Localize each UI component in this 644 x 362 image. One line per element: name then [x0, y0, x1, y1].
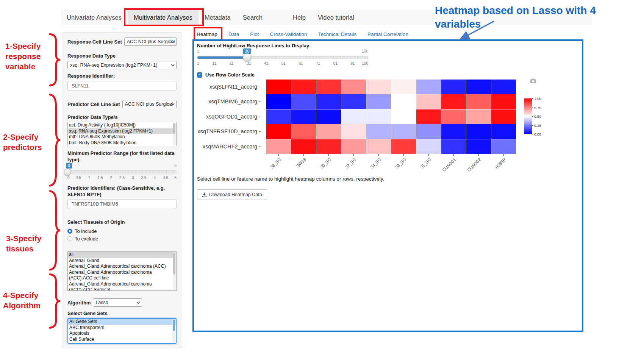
callout-arrow: [455, 19, 500, 42]
heatmap-cell-xsqslfn11-accorg-34-sc: [366, 80, 391, 94]
list-option-apoptosis[interactable]: Apoptosis: [68, 331, 176, 337]
nav-item-metadata[interactable]: Metadata: [199, 10, 237, 25]
list-option-xsq-rna-seq-expression-log2-fpkm-1[interactable]: xsq: RNA-seq Expression (log2 FPKM+1): [68, 128, 176, 134]
camera-icon[interactable]: [530, 78, 537, 84]
heatmap-cell-xsqslfn11-accorg-sw13: [291, 80, 316, 94]
tab-plot[interactable]: Plot: [250, 31, 259, 37]
heatmap-column-label-h295r[interactable]: H295R: [482, 157, 506, 182]
heatmap-cell-xsqtnfrsf10d-accorg-h295r: [491, 124, 516, 139]
heatmap-column-label-cuacc2[interactable]: CUACC2: [457, 157, 481, 182]
list-option-mth-dna-850k-methylation[interactable]: mth: DNA 850K Methylation: [68, 134, 176, 140]
heatmap-row-label-xsqtmbim6-accorg[interactable]: xsqTMBIM6_accorg -: [194, 94, 264, 109]
heatmap-cell-xsqtmbim6-accorg-37-sc: [341, 94, 366, 109]
axis-tick: [403, 154, 404, 156]
heatmap-cell-xsqslfn11-accorg-cuacc2: [466, 80, 491, 94]
slider-tick-label: 51: [281, 61, 286, 66]
algorithm-select[interactable]: Lasso: [93, 298, 142, 307]
tab-data[interactable]: Data: [228, 31, 239, 37]
algorithm-label: Algorithm: [67, 300, 91, 306]
predictor-identifiers-input[interactable]: TNFRSF10D TMBIM6: [67, 199, 177, 209]
slider-value-tooltip: 0: [66, 163, 72, 169]
heatmap-cell-xsqogfod1-accorg-34-sc: [366, 109, 391, 124]
list-option-abc-transporters[interactable]: ABC transporters: [68, 325, 176, 331]
axis-tick: [303, 154, 304, 156]
heatmap-cell-xsqmarchf2-accorg-31-sc: [416, 139, 441, 154]
nav-item-help[interactable]: Help: [287, 10, 312, 25]
slider-handle[interactable]: [64, 169, 71, 176]
gene-sets-listbox[interactable]: All Gene SetsABC transportersApoptosisCe…: [67, 318, 177, 344]
list-option-adrenal-gland[interactable]: Adrenal_Gland: [68, 258, 176, 264]
heatmap-cell-xsqogfod1-accorg-31-sc: [416, 109, 441, 124]
nav-item-univariate-analyses[interactable]: Univariate Analyses: [61, 10, 128, 25]
annotation-step-2: 2-Specify predictors: [3, 132, 42, 152]
heatmap-cell-xsqtmbim6-accorg-cuacc1: [441, 94, 466, 109]
heatmap-row-label-xsqtnfrsf10d-accorg[interactable]: xsqTNFRSF10D_accorg -: [194, 124, 264, 139]
slider-track[interactable]: [197, 56, 368, 59]
colorbar-tick-label: 1.00: [534, 97, 541, 101]
annotation-brace: [48, 189, 61, 272]
slider-tick-label: 11: [212, 61, 216, 66]
scrollbar[interactable]: [173, 252, 176, 290]
tissues-listbox[interactable]: allAdrenal_GlandAdrenal_Gland:Adrenocort…: [67, 251, 177, 291]
list-option-act-drug-activity-log10-ic50m[interactable]: act: Drug Activity (-log10[IC50M]): [68, 122, 176, 128]
heatmap-column-label-33-sc[interactable]: 33_SC: [382, 157, 406, 182]
tab-cross-validation[interactable]: Cross-Validation: [270, 31, 307, 37]
result-tabs: HeatmapDataPlotCross-ValidationTechnical…: [197, 29, 408, 39]
axis-tick: [503, 154, 504, 156]
list-option-bmt-body-dna-850k-methylation[interactable]: bmt: Body DNA 850K Methylation: [68, 140, 176, 146]
predictor-data-types-listbox[interactable]: act: Drug Activity (-log10[IC50M])xsq: R…: [67, 122, 177, 146]
list-option-all-gene-sets[interactable]: All Gene Sets: [68, 319, 176, 325]
list-option-adrenal-gland-adrenocortical-carcinoma-acc-acc-surgical[interactable]: Adrenal_Gland:Adrenocortical carcinoma (…: [68, 281, 176, 291]
download-heatmap-button[interactable]: Download Heatmap Data: [197, 189, 267, 200]
heatmap-cell-xsqtnfrsf10d-accorg-33-sc: [391, 124, 416, 139]
slider-tick-label: 1.5: [97, 176, 103, 180]
tab-technical-details[interactable]: Technical Details: [318, 31, 356, 37]
heatmap-cell-xsqogfod1-accorg-cuacc2: [466, 109, 491, 124]
heatmap-cell-xsqtmbim6-accorg-cuacc2: [466, 94, 491, 109]
scrollbar[interactable]: [173, 123, 176, 145]
heatmap-column-label-31-sc[interactable]: 31_SC: [407, 157, 431, 182]
response-identifier-label: Response Identifier:: [67, 73, 177, 79]
heatmap-cell-xsqogfod1-accorg-38-sc: [266, 109, 291, 124]
slider-track[interactable]: [67, 170, 177, 173]
response-data-type-select[interactable]: xsq: RNA-seq Expression (log2 FPKM+1): [67, 61, 177, 69]
heatmap-cell-xsqtmbim6-accorg-h295r: [491, 94, 516, 109]
colorbar-tick-label: 0.75: [534, 105, 541, 109]
scrollbar[interactable]: [172, 319, 175, 343]
list-option-adrenal-gland-adrenocortical-carcinoma-acc-acc-cell-line[interactable]: Adrenal_Gland:Adrenocortical carcinoma (…: [68, 270, 176, 281]
list-option-adrenal-gland-adrenocortical-carcinoma-acc[interactable]: Adrenal_Gland:Adrenocortical carcinoma (…: [68, 264, 176, 270]
slider-tick-label: 21: [230, 61, 234, 66]
nav-item-search[interactable]: Search: [237, 10, 269, 25]
heatmap-row-label-xsqmarchf2-accorg[interactable]: xsqMARCHF2_accorg -: [194, 139, 264, 154]
heatmap-cell-xsqmarchf2-accorg-cuacc2: [466, 139, 491, 154]
tissue-include-radio[interactable]: To include: [67, 227, 177, 235]
nav-item-multivariate-analyses[interactable]: Multivariate Analyses: [128, 10, 199, 25]
predictor-cell-line-set-select[interactable]: ACC NCI plus Surgical: [122, 100, 177, 108]
heatmap-row-label-xsqogfod1-accorg[interactable]: xsqOGFOD1_accorg -: [194, 109, 264, 124]
heatmap-panel: Number of High/Low Response Lines to Dis…: [192, 39, 583, 332]
heatmap-cell-xsqtmbim6-accorg-38-sc: [266, 94, 291, 109]
tab-partial-correlation[interactable]: Partial Correlation: [367, 31, 408, 37]
tissue-exclude-radio[interactable]: To exclude: [67, 235, 177, 242]
tab-heatmap[interactable]: Heatmap: [197, 31, 217, 37]
heatmap-cell-xsqogfod1-accorg-37-sc: [341, 109, 366, 124]
list-option-cell-surface[interactable]: Cell Surface: [68, 337, 176, 343]
heatmap-cell-xsqmarchf2-accorg-h295r: [491, 139, 516, 154]
slider-max-label: 5: [174, 164, 177, 168]
heatmap-cell-xsqtmbim6-accorg-34-sc: [366, 94, 391, 109]
row-color-scale-checkbox[interactable]: [197, 72, 202, 78]
min-predictor-range-slider[interactable]: 5 0 00.511.522.533.544.55: [67, 164, 177, 183]
axis-tick: [328, 154, 329, 156]
list-option-all[interactable]: all: [68, 252, 176, 258]
response-identifier-input[interactable]: SLFN11: [67, 81, 177, 91]
slider-tick-label: 2: [110, 176, 112, 180]
response-cell-line-set-select[interactable]: ACC NCI plus Surgical: [124, 37, 177, 46]
lines-slider[interactable]: 1 100 30 1112131415161718191100: [197, 49, 368, 70]
heatmap-column-label-cuacc1[interactable]: CUACC1: [432, 157, 456, 182]
nav-item-video-tutorial[interactable]: Video tutorial: [312, 10, 360, 25]
predictor-cell-line-set-label: Predictor Cell Line Set: [67, 101, 120, 108]
annotation-step-1: 1-Specify response variable: [5, 41, 41, 72]
slider-handle[interactable]: [243, 53, 251, 62]
heatmap-cell-xsqogfod1-accorg-sw13: [291, 109, 316, 124]
heatmap-row-label-xsqslfn11-accorg[interactable]: xsqSLFN11_accorg -: [194, 80, 264, 94]
